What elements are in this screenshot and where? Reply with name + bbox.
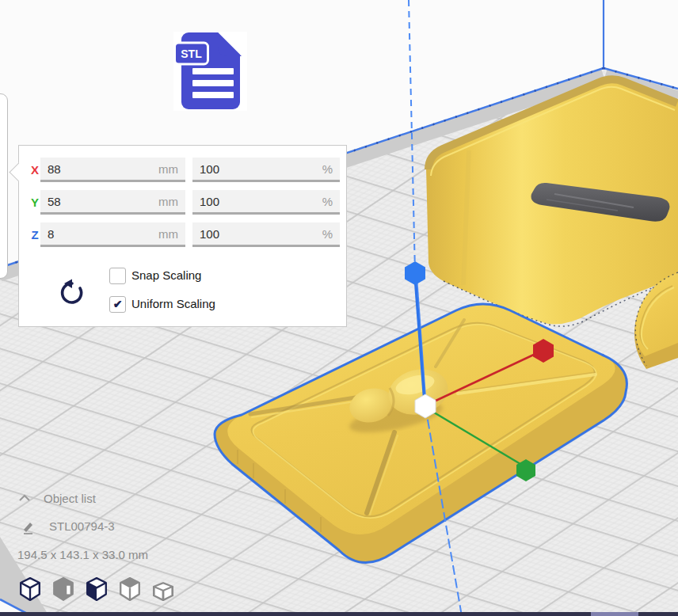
axis-label-z: Z <box>29 222 41 247</box>
axis-label-x: X <box>29 158 41 182</box>
size-y-unit: mm <box>158 195 178 208</box>
scale-z-unit: % <box>322 227 333 241</box>
scale-z-value: 100 <box>200 227 219 241</box>
rotate-ccw-arrow-icon <box>56 279 85 307</box>
scale-y-unit: % <box>322 195 333 208</box>
scale-x-input[interactable]: 100 % <box>192 158 340 182</box>
bottom-status-bar <box>0 612 678 616</box>
size-z-value: 8 <box>48 227 54 241</box>
view-mode-toolbar <box>20 577 173 601</box>
size-y-input[interactable]: 58 mm <box>40 190 185 215</box>
size-z-input[interactable]: 8 mm <box>40 222 185 247</box>
cube-top-icon[interactable] <box>120 577 140 601</box>
snap-scaling-checkbox[interactable] <box>109 268 126 284</box>
stl-label: STL <box>181 48 202 60</box>
status-bar-segment <box>591 612 638 616</box>
uniform-scaling-label: Uniform Scaling <box>131 297 215 310</box>
cube-solid-icon[interactable] <box>53 577 74 601</box>
uniform-check-glyph: ✔ <box>113 298 123 310</box>
model-dimensions: 194.5 x 143.1 x 33.0 mm <box>17 548 148 561</box>
scale-x-unit: % <box>322 162 333 176</box>
cube-half-icon[interactable] <box>86 577 107 601</box>
uniform-scaling-checkbox[interactable]: ✔ <box>109 296 126 313</box>
size-x-unit: mm <box>158 162 178 176</box>
scale-y-input[interactable]: 100 % <box>192 190 340 215</box>
object-list-toggle[interactable] <box>17 494 32 502</box>
size-x-input[interactable]: 88 mm <box>40 158 185 182</box>
scale-z-input[interactable]: 100 % <box>192 222 340 247</box>
scale-y-value: 100 <box>200 195 219 208</box>
chevron-up-icon <box>17 494 32 502</box>
object-list-header[interactable]: Object list <box>44 492 96 505</box>
size-z-unit: mm <box>158 227 178 241</box>
axis-label-y: Y <box>29 190 41 215</box>
size-x-value: 88 <box>48 162 61 176</box>
reset-scale-button[interactable] <box>56 279 85 307</box>
scale-x-value: 100 <box>200 162 219 176</box>
pencil-icon <box>21 520 36 534</box>
cube-flat-icon[interactable] <box>153 577 173 601</box>
size-y-value: 58 <box>48 195 61 208</box>
snap-scaling-label: Snap Scaling <box>131 268 201 282</box>
stl-file-icon: STL <box>173 32 247 111</box>
collapsed-side-panel[interactable] <box>0 93 8 279</box>
cube-outline-icon[interactable] <box>20 577 40 601</box>
object-list-item[interactable]: STL00794-3 <box>49 519 115 533</box>
scale-tool-panel: X 88 mm 100 % Y 58 mm 100 % Z 8 mm 100 % <box>18 145 347 327</box>
